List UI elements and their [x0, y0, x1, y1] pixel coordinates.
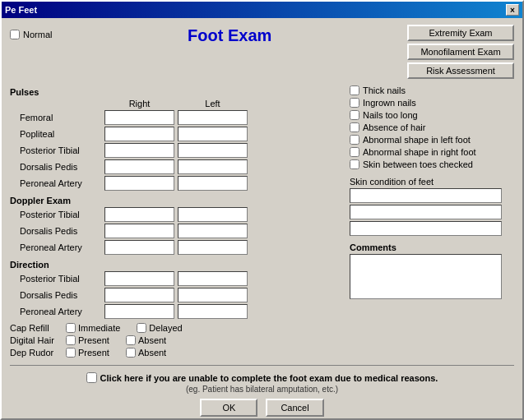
risk-assessment-button[interactable]: Risk Assessment	[407, 62, 514, 79]
nails-too-long-label: Nails too long	[363, 110, 418, 120]
left-panel: Pulses Right Left Femoral Popliteal	[10, 82, 343, 360]
ingrown-nails-label: Ingrown nails	[363, 98, 416, 108]
ingrown-nails-checkbox[interactable]	[350, 98, 359, 108]
pulses-post-tibial-right[interactable]	[104, 143, 174, 158]
right-header: Right	[104, 99, 174, 108]
nails-too-long-checkbox[interactable]	[350, 110, 359, 120]
pulses-dorsalis-left[interactable]	[178, 159, 248, 174]
left-header: Left	[178, 99, 248, 108]
comments-textarea[interactable]	[350, 254, 502, 299]
comments-section: Comments	[350, 242, 514, 301]
doppler-post-tibial-label: Posterior Tibial	[10, 210, 104, 219]
pulses-peroneal-row: Peroneal Artery	[10, 176, 343, 191]
abnormal-right-label: Abnormal shape in right foot	[363, 147, 476, 157]
absence-hair-label: Absence of hair	[363, 122, 425, 132]
cap-delayed: Delayed	[137, 323, 182, 333]
digital-hair-absent-checkbox[interactable]	[126, 335, 136, 345]
dep-rudor-present-checkbox[interactable]	[66, 348, 76, 358]
pulses-dorsalis-row: Dorsalis Pedis	[10, 159, 343, 174]
digital-hair-present-checkbox[interactable]	[66, 335, 76, 345]
bottom-section: Click here if you are unable to complete…	[10, 372, 514, 417]
direction-dorsalis-label: Dorsalis Pedis	[10, 290, 104, 300]
pulses-peroneal-left[interactable]	[178, 176, 248, 191]
page-title: Foot Exam	[52, 26, 407, 45]
monofilament-exam-button[interactable]: Monofilament Exam	[407, 44, 514, 60]
skin-condition-input-1[interactable]	[350, 188, 502, 203]
abnormal-right-item: Abnormal shape in right foot	[350, 147, 514, 157]
doppler-dorsalis-left[interactable]	[178, 224, 248, 238]
pulses-femoral-right[interactable]	[104, 110, 174, 125]
pulses-femoral-left[interactable]	[178, 110, 248, 125]
ingrown-nails-item: Ingrown nails	[350, 98, 514, 108]
doppler-post-tibial-right[interactable]	[104, 207, 174, 222]
direction-dorsalis-left[interactable]	[178, 288, 248, 302]
absence-hair-checkbox[interactable]	[350, 122, 359, 132]
direction-dorsalis-right[interactable]	[104, 288, 174, 302]
direction-peroneal-left[interactable]	[178, 304, 248, 319]
skin-condition-input-3[interactable]	[350, 221, 502, 236]
pulses-popliteal-left[interactable]	[178, 127, 248, 141]
digital-hair-absent: Absent	[126, 335, 166, 345]
cap-immediate-checkbox[interactable]	[66, 323, 76, 333]
nails-too-long-item: Nails too long	[350, 110, 514, 120]
digital-hair-label: Digital Hair	[10, 335, 66, 345]
abnormal-left-checkbox[interactable]	[350, 135, 359, 145]
cap-immediate: Immediate	[66, 323, 120, 333]
pulses-popliteal-row: Popliteal	[10, 127, 343, 141]
pulses-femoral-label: Femoral	[10, 113, 104, 122]
close-button[interactable]: ×	[506, 4, 519, 16]
skin-condition-label: Skin condition of feet	[350, 177, 514, 187]
condition-checkboxes: Thick nails Ingrown nails Nails too long…	[350, 85, 514, 172]
doppler-peroneal-left[interactable]	[178, 240, 248, 255]
doppler-peroneal-row: Peroneal Artery	[10, 240, 343, 255]
abnormal-right-checkbox[interactable]	[350, 147, 359, 157]
extremity-exam-button[interactable]: Extremity Exam	[407, 25, 514, 41]
pulses-post-tibial-row: Posterior Tibial	[10, 143, 343, 158]
pulses-post-tibial-left[interactable]	[178, 143, 248, 158]
direction-peroneal-right[interactable]	[104, 304, 174, 319]
dep-rudor-label: Dep Rudor	[10, 348, 66, 358]
thick-nails-label: Thick nails	[363, 85, 406, 95]
skin-condition-input-2[interactable]	[350, 205, 502, 219]
abnormal-left-item: Abnormal shape in left foot	[350, 135, 514, 145]
skin-between-toes-checkbox[interactable]	[350, 159, 359, 169]
thick-nails-checkbox[interactable]	[350, 85, 359, 95]
title-bar: Pe Feet ×	[2, 2, 522, 18]
pulses-dorsalis-right[interactable]	[104, 159, 174, 174]
doppler-post-tibial-left[interactable]	[178, 207, 248, 222]
cap-refill-row: Cap Refill Immediate Delayed	[10, 323, 343, 333]
dep-rudor-present-label: Present	[78, 348, 109, 358]
pulses-popliteal-right[interactable]	[104, 127, 174, 141]
digital-hair-present: Present	[66, 335, 109, 345]
ok-button[interactable]: OK	[200, 399, 257, 417]
normal-checkbox[interactable]	[10, 30, 20, 39]
pulses-peroneal-right[interactable]	[104, 176, 174, 191]
medical-reasons-checkbox[interactable]	[86, 372, 97, 383]
dep-rudor-absent-checkbox[interactable]	[126, 348, 136, 358]
pulses-post-tibial-label: Posterior Tibial	[10, 145, 104, 155]
medical-reasons-row: Click here if you are unable to complete…	[86, 372, 438, 383]
doppler-post-tibial-row: Posterior Tibial	[10, 207, 343, 222]
doppler-dorsalis-right[interactable]	[104, 224, 174, 238]
digital-hair-row: Digital Hair Present Absent	[10, 335, 343, 345]
main-window: Pe Feet × Normal Foot Exam Extremity Exa…	[0, 0, 524, 420]
cancel-button[interactable]: Cancel	[266, 399, 323, 417]
pulses-dorsalis-label: Dorsalis Pedis	[10, 162, 104, 172]
doppler-peroneal-right[interactable]	[104, 240, 174, 255]
dep-rudor-present: Present	[66, 348, 109, 358]
digital-hair-absent-label: Absent	[138, 335, 166, 345]
doppler-label: Doppler Exam	[10, 196, 343, 205]
skin-between-toes-item: Skin between toes checked	[350, 159, 514, 169]
direction-post-tibial-left[interactable]	[178, 271, 248, 286]
digital-hair-present-label: Present	[78, 335, 109, 345]
direction-post-tibial-right[interactable]	[104, 271, 174, 286]
direction-peroneal-row: Peroneal Artery	[10, 304, 343, 319]
direction-label: Direction	[10, 260, 343, 270]
cap-delayed-checkbox[interactable]	[137, 323, 146, 333]
thick-nails-item: Thick nails	[350, 85, 514, 95]
dep-rudor-absent: Absent	[126, 348, 166, 358]
medical-reasons-text: Click here if you are unable to complete…	[100, 373, 438, 383]
direction-rows: Posterior Tibial Dorsalis Pedis Peroneal…	[10, 271, 343, 319]
abnormal-left-label: Abnormal shape in left foot	[363, 135, 471, 145]
doppler-rows: Posterior Tibial Dorsalis Pedis Peroneal…	[10, 207, 343, 255]
